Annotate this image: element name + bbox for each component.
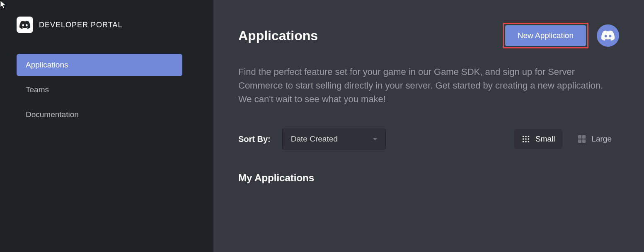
svg-point-5	[528, 138, 529, 140]
svg-rect-11	[578, 139, 581, 143]
chevron-down-icon	[373, 138, 377, 140]
view-small-label: Small	[535, 134, 555, 144]
svg-point-3	[523, 138, 524, 140]
avatar[interactable]	[597, 24, 619, 47]
new-application-button[interactable]: New Application	[505, 25, 586, 46]
svg-point-4	[525, 138, 527, 140]
portal-title: DEVELOPER PORTAL	[39, 21, 122, 29]
svg-point-6	[523, 141, 524, 143]
new-application-highlight: New Application	[503, 23, 588, 48]
svg-point-2	[528, 136, 529, 137]
discord-avatar-icon	[601, 29, 615, 42]
header-row: Applications New Application	[238, 23, 619, 48]
sidebar-item-teams[interactable]: Teams	[17, 79, 182, 101]
sidebar-item-documentation[interactable]: Documentation	[17, 103, 182, 126]
svg-rect-9	[578, 135, 581, 139]
svg-rect-10	[582, 135, 586, 139]
sidebar-item-applications[interactable]: Applications	[17, 54, 182, 76]
sidebar-item-label: Teams	[26, 85, 49, 94]
svg-rect-12	[582, 139, 586, 143]
svg-point-0	[523, 136, 524, 137]
page-description: Find the perfect feature set for your ga…	[238, 65, 619, 106]
controls-row: Sort By: Date Created Small	[238, 129, 619, 149]
discord-logo-icon	[17, 17, 33, 33]
my-applications-title: My Applications	[238, 172, 619, 184]
main-content: Applications New Application Find the pe…	[213, 0, 644, 252]
svg-point-1	[525, 136, 527, 137]
view-large-label: Large	[591, 134, 612, 144]
view-large-button[interactable]: Large	[570, 129, 619, 149]
sidebar: DEVELOPER PORTAL Applications Teams Docu…	[0, 0, 213, 252]
header-actions: New Application	[503, 23, 619, 48]
sort-label: Sort By:	[238, 134, 271, 144]
page-title: Applications	[238, 28, 318, 43]
grid-large-icon	[577, 134, 586, 144]
sidebar-item-label: Applications	[26, 60, 68, 69]
logo-row: DEVELOPER PORTAL	[17, 17, 197, 33]
view-toggles: Small Large	[514, 129, 619, 149]
sort-select[interactable]: Date Created	[282, 129, 386, 149]
svg-point-8	[528, 141, 529, 143]
sidebar-item-label: Documentation	[26, 110, 79, 119]
sort-group: Sort By: Date Created	[238, 129, 386, 149]
grid-small-icon	[521, 134, 530, 144]
svg-point-7	[525, 141, 527, 143]
sort-selected-value: Date Created	[291, 134, 338, 144]
view-small-button[interactable]: Small	[514, 129, 563, 149]
